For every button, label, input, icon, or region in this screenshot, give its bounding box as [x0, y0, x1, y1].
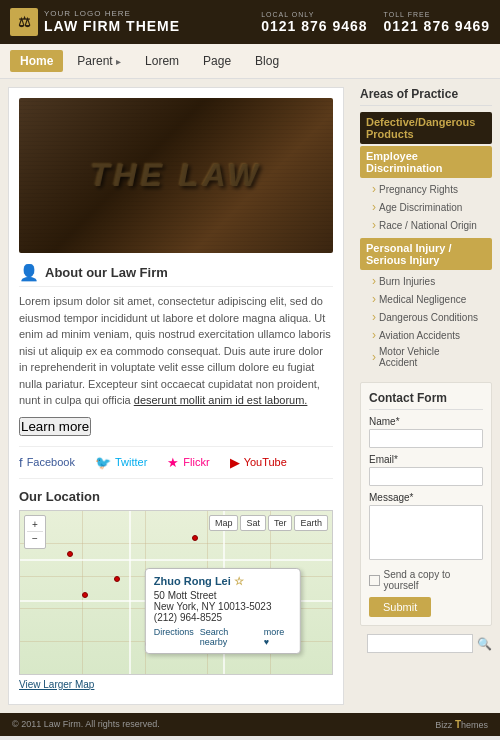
map-grid-line — [20, 543, 332, 544]
logo-text-area: YOUR LOGO HERE LAW FIRM THEME — [44, 9, 180, 35]
flickr-icon: ★ — [167, 455, 179, 470]
map-info-popup: Zhuo Rong Lei ☆ 50 Mott Street New York,… — [145, 568, 301, 654]
map-zoom-controls[interactable]: + − — [24, 515, 46, 549]
phone-local-number: 0121 876 9468 — [261, 18, 367, 34]
logo-title: LAW FIRM THEME — [44, 18, 180, 35]
youtube-link[interactable]: ▶ YouTube — [230, 455, 287, 470]
zoom-out-button[interactable]: − — [27, 532, 43, 546]
map-marker — [192, 535, 198, 541]
map-tab-earth[interactable]: Earth — [294, 515, 328, 531]
facebook-link[interactable]: f Facebook — [19, 455, 75, 470]
map-marker — [67, 551, 73, 557]
map-road — [20, 559, 332, 561]
about-underline: deserunt mollit anim id est laborum. — [134, 394, 308, 406]
map-container[interactable]: + − Map Sat Ter Earth Zhuo Rong Lei ☆ 50… — [19, 510, 333, 675]
twitter-icon: 🐦 — [95, 455, 111, 470]
header: ⚖ YOUR LOGO HERE LAW FIRM THEME LOCAL ON… — [0, 0, 500, 44]
flickr-label: Flickr — [183, 456, 209, 468]
injury-sub-list: Burn Injuries Medical Negligence Dangero… — [360, 272, 492, 370]
map-marker — [114, 576, 120, 582]
email-input[interactable] — [369, 467, 483, 486]
phone-area: LOCAL ONLY 0121 876 9468 TOLL FREE 0121 … — [261, 11, 490, 34]
popup-address2: New York, NY 10013-5023 — [154, 601, 292, 612]
copy-checkbox-row: Send a copy to yourself — [369, 569, 483, 591]
phone-toll-label: TOLL FREE — [384, 11, 490, 18]
search-row: 🔍 — [360, 634, 492, 653]
footer-logo: T — [455, 719, 461, 730]
about-title: 👤 About our Law Firm — [19, 263, 333, 287]
area-dangerous-conditions[interactable]: Dangerous Conditions — [360, 308, 492, 326]
search-input[interactable] — [367, 634, 473, 653]
facebook-label: Facebook — [27, 456, 75, 468]
name-label: Name* — [369, 416, 483, 427]
nav-item-home[interactable]: Home — [10, 50, 63, 72]
map-road — [129, 511, 131, 674]
area-motor-vehicle[interactable]: Motor Vehicle Accident — [360, 344, 492, 370]
nav-item-lorem[interactable]: Lorem — [135, 50, 189, 72]
message-input[interactable] — [369, 505, 483, 560]
directions-link[interactable]: Directions — [154, 627, 194, 647]
flickr-link[interactable]: ★ Flickr — [167, 455, 209, 470]
copy-checkbox[interactable] — [369, 575, 380, 586]
learn-more-button[interactable]: Learn more — [19, 417, 91, 436]
map-tab-map[interactable]: Map — [209, 515, 239, 531]
main-layout: THE LAW 👤 About our Law Firm Lorem ipsum… — [0, 79, 500, 713]
about-body: Lorem ipsum dolor sit amet, consectetur … — [19, 293, 333, 409]
footer-brand: Bizz Themes — [435, 719, 488, 730]
view-larger-map-link[interactable]: View Larger Map — [19, 679, 333, 690]
area-personal-injury[interactable]: Personal Injury / Serious Injury — [360, 238, 492, 270]
nav-item-blog[interactable]: Blog — [245, 50, 289, 72]
search-nearby-link[interactable]: Search nearby — [200, 627, 258, 647]
area-pregnancy-rights[interactable]: Pregnancy Rights — [360, 180, 492, 198]
person-icon: 👤 — [19, 263, 39, 282]
twitter-link[interactable]: 🐦 Twitter — [95, 455, 147, 470]
logo-area: ⚖ YOUR LOGO HERE LAW FIRM THEME — [10, 8, 180, 36]
copy-label: Send a copy to yourself — [384, 569, 483, 591]
area-employee-discrimination[interactable]: Employee Discrimination — [360, 146, 492, 178]
footer: © 2011 Law Firm. All rights reserved. Bi… — [0, 713, 500, 736]
main-content: THE LAW 👤 About our Law Firm Lorem ipsum… — [8, 87, 344, 705]
area-burn-injuries[interactable]: Burn Injuries — [360, 272, 492, 290]
search-icon[interactable]: 🔍 — [477, 637, 492, 651]
nav-item-page[interactable]: Page — [193, 50, 241, 72]
hero-image: THE LAW — [19, 98, 333, 253]
area-race-national[interactable]: Race / National Origin — [360, 216, 492, 234]
popup-phone: (212) 964-8525 — [154, 612, 292, 623]
area-defective-products[interactable]: Defective/Dangerous Products — [360, 112, 492, 144]
popup-actions: Directions Search nearby more ♥ — [154, 627, 292, 647]
hero-text: THE LAW — [89, 157, 262, 194]
twitter-label: Twitter — [115, 456, 147, 468]
contact-form-section: Contact Form Name* Email* Message* Send … — [360, 382, 492, 626]
nav-item-parent[interactable]: Parent ▸ — [67, 50, 131, 72]
about-section: 👤 About our Law Firm Lorem ipsum dolor s… — [19, 263, 333, 436]
popup-name: Zhuo Rong Lei ☆ — [154, 575, 292, 588]
message-label: Message* — [369, 492, 483, 503]
phone-toll-block: TOLL FREE 0121 876 9469 — [384, 11, 490, 34]
map-tab-ter[interactable]: Ter — [268, 515, 293, 531]
phone-local-block: LOCAL ONLY 0121 876 9468 — [261, 11, 367, 34]
phone-local-label: LOCAL ONLY — [261, 11, 367, 18]
location-title: Our Location — [19, 489, 333, 504]
star-icon: ☆ — [234, 575, 244, 587]
location-section: Our Location — [19, 489, 333, 690]
area-medical-negligence[interactable]: Medical Negligence — [360, 290, 492, 308]
popup-address1: 50 Mott Street — [154, 590, 292, 601]
youtube-label: YouTube — [244, 456, 287, 468]
email-label: Email* — [369, 454, 483, 465]
youtube-icon: ▶ — [230, 455, 240, 470]
areas-title: Areas of Practice — [360, 87, 492, 106]
area-age-discrimination[interactable]: Age Discrimination — [360, 198, 492, 216]
sidebar: Areas of Practice Defective/Dangerous Pr… — [352, 79, 500, 713]
submit-button[interactable]: Submit — [369, 597, 431, 617]
zoom-in-button[interactable]: + — [27, 518, 43, 532]
navigation: Home Parent ▸ Lorem Page Blog — [0, 44, 500, 79]
contact-title: Contact Form — [369, 391, 483, 410]
name-input[interactable] — [369, 429, 483, 448]
area-aviation-accidents[interactable]: Aviation Accidents — [360, 326, 492, 344]
chevron-down-icon: ▸ — [116, 56, 121, 67]
map-tab-sat[interactable]: Sat — [240, 515, 266, 531]
areas-of-practice: Areas of Practice Defective/Dangerous Pr… — [360, 87, 492, 370]
more-link[interactable]: more ♥ — [264, 627, 292, 647]
copyright-text: © 2011 Law Firm. All rights reserved. — [12, 719, 160, 729]
facebook-icon: f — [19, 455, 23, 470]
